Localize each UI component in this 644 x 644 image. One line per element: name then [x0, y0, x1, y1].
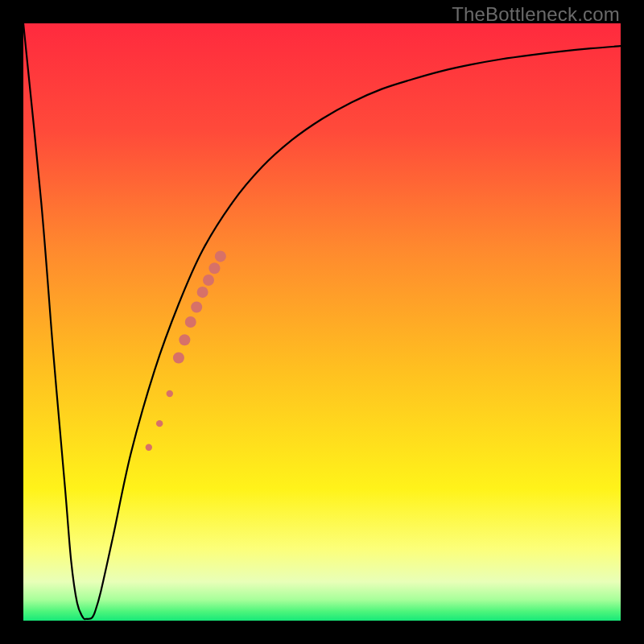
highlight-dot — [215, 250, 226, 262]
highlight-dot — [167, 390, 173, 397]
highlight-dot — [191, 301, 202, 312]
highlight-dot — [156, 420, 163, 427]
bottleneck-chart — [23, 23, 621, 621]
highlight-dot — [179, 334, 190, 345]
chart-frame: TheBottleneck.com — [0, 0, 644, 644]
highlight-dot — [185, 316, 196, 328]
heat-gradient-background — [23, 23, 621, 621]
highlight-dot — [146, 444, 152, 451]
highlight-dot — [197, 287, 208, 298]
plot-area — [23, 23, 621, 621]
highlight-dot — [208, 262, 220, 274]
highlight-dot — [203, 275, 214, 286]
watermark-text: TheBottleneck.com — [452, 3, 620, 26]
highlight-dot — [173, 353, 184, 364]
